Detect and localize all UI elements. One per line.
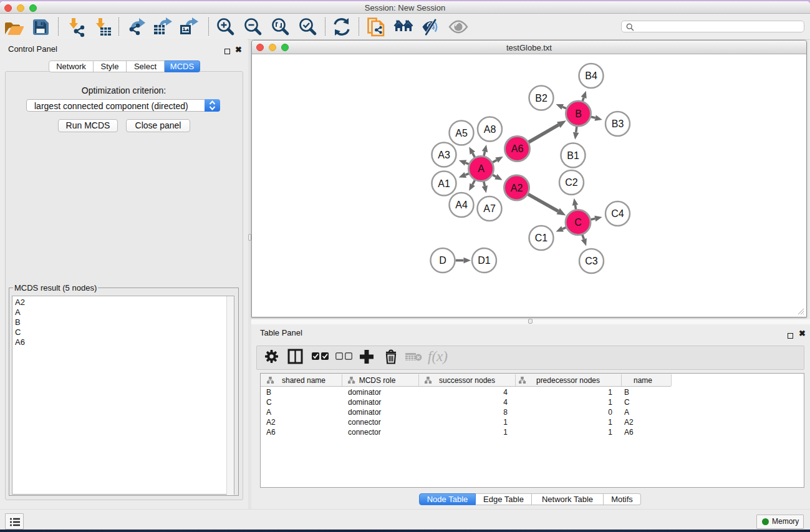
svg-text:A5: A5 xyxy=(455,128,468,138)
svg-text:B: B xyxy=(266,388,271,397)
svg-text:dominator: dominator xyxy=(348,408,381,417)
svg-text:connector: connector xyxy=(348,418,381,427)
svg-text:connector: connector xyxy=(348,428,381,437)
svg-text:C: C xyxy=(266,398,272,407)
svg-text:A1: A1 xyxy=(438,178,450,189)
svg-text:4: 4 xyxy=(503,388,508,397)
svg-text:B: B xyxy=(575,109,582,119)
svg-text:B3: B3 xyxy=(612,118,624,129)
svg-text:A6: A6 xyxy=(624,428,634,437)
svg-text:1: 1 xyxy=(608,388,612,397)
svg-text:A: A xyxy=(478,163,485,174)
svg-text:shared name: shared name xyxy=(282,376,325,385)
svg-text:dominator: dominator xyxy=(348,388,381,397)
svg-text:D: D xyxy=(439,255,446,266)
svg-text:A2: A2 xyxy=(266,418,276,427)
svg-text:B: B xyxy=(624,388,629,397)
svg-text:1: 1 xyxy=(503,428,508,437)
svg-text:1: 1 xyxy=(503,418,508,427)
svg-text:C2: C2 xyxy=(565,177,578,188)
svg-text:D1: D1 xyxy=(478,255,491,266)
svg-text:A6: A6 xyxy=(511,143,524,154)
svg-text:MCDS role: MCDS role xyxy=(359,376,396,385)
svg-text:C3: C3 xyxy=(585,256,598,266)
svg-text:A3: A3 xyxy=(438,150,450,160)
svg-text:A4: A4 xyxy=(455,200,468,210)
svg-text:C1: C1 xyxy=(535,233,548,243)
svg-text:name: name xyxy=(634,376,652,385)
svg-text:A: A xyxy=(624,408,629,417)
svg-text:A8: A8 xyxy=(484,124,496,135)
svg-text:dominator: dominator xyxy=(348,398,381,407)
svg-text:1: 1 xyxy=(608,428,612,437)
svg-text:C: C xyxy=(624,398,630,407)
svg-text:1: 1 xyxy=(608,398,612,407)
svg-text:B2: B2 xyxy=(535,93,547,104)
svg-text:0: 0 xyxy=(608,408,612,417)
svg-text:A2: A2 xyxy=(511,183,523,193)
svg-text:1: 1 xyxy=(608,418,612,427)
svg-text:A2: A2 xyxy=(624,418,634,427)
svg-text:A7: A7 xyxy=(483,203,496,214)
svg-text:predecessor nodes: predecessor nodes xyxy=(536,376,600,385)
svg-text:8: 8 xyxy=(503,408,508,417)
svg-text:4: 4 xyxy=(503,398,508,407)
svg-text:A: A xyxy=(266,408,271,417)
svg-text:successor nodes: successor nodes xyxy=(439,376,495,385)
svg-text:C4: C4 xyxy=(611,208,624,219)
svg-text:B1: B1 xyxy=(567,150,579,161)
svg-text:A6: A6 xyxy=(266,428,276,437)
svg-text:B4: B4 xyxy=(585,70,597,81)
svg-text:C: C xyxy=(574,217,582,228)
